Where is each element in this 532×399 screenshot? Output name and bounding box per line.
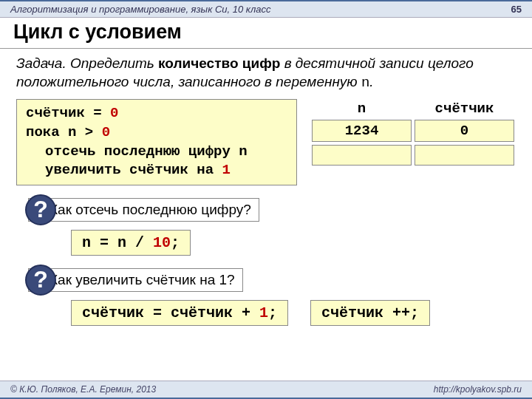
trace-col-counter: счётчик: [413, 99, 516, 118]
pseudo-line-3: отсечь последнюю цифру n: [26, 143, 287, 162]
trace-col-n: n: [310, 99, 413, 118]
trace-row-1: 1234 0: [310, 118, 516, 143]
question-2-text: Как увеличить счётчик на 1?: [28, 268, 243, 292]
header-bar: Алгоритмизация и программирование, язык …: [0, 0, 532, 18]
code-answer-2b: счётчик ++;: [310, 300, 430, 326]
pseudo-line-2: пока n > 0: [26, 123, 287, 143]
pseudo-line-4: увеличить счётчик на 1: [26, 161, 287, 180]
page-number: 65: [511, 4, 522, 15]
question-1-text: Как отсечь последнюю цифру?: [28, 198, 259, 222]
pseudocode-box: счётчик = 0 пока n > 0 отсечь последнюю …: [16, 99, 297, 185]
pseudo-line-1: счётчик = 0: [26, 104, 287, 123]
code-answer-2a: счётчик = счётчик + 1;: [71, 300, 288, 326]
question-mark-icon: ?: [25, 265, 56, 296]
footer-bar: © К.Ю. Поляков, Е.А. Еремин, 2013 http:/…: [0, 381, 532, 399]
footer-url: http://kpolyakov.spb.ru: [434, 384, 522, 395]
pseudo-and-trace-row: счётчик = 0 пока n > 0 отсечь последнюю …: [16, 99, 516, 185]
code-answer-1: n = n / 10;: [71, 230, 191, 256]
trace-table: n счётчик 1234 0: [310, 99, 516, 167]
trace-row-2: [310, 143, 516, 167]
question-2: ? Как увеличить счётчик на 1?: [25, 265, 516, 296]
trace-header: n счётчик: [310, 99, 516, 118]
question-mark-icon: ?: [25, 194, 56, 225]
content-area: Задача. Определить количество цифр в дес…: [0, 49, 532, 326]
code-answer-2-row: счётчик = счётчик + 1; счётчик ++;: [71, 299, 516, 326]
slide-title: Цикл с условием: [0, 18, 532, 49]
copyright: © К.Ю. Поляков, Е.А. Еремин, 2013: [10, 384, 156, 395]
task-label: Задача.: [16, 55, 66, 71]
question-1: ? Как отсечь последнюю цифру?: [25, 194, 516, 225]
course-title: Алгоритмизация и программирование, язык …: [10, 4, 271, 15]
task-statement: Задача. Определить количество цифр в дес…: [16, 55, 516, 92]
